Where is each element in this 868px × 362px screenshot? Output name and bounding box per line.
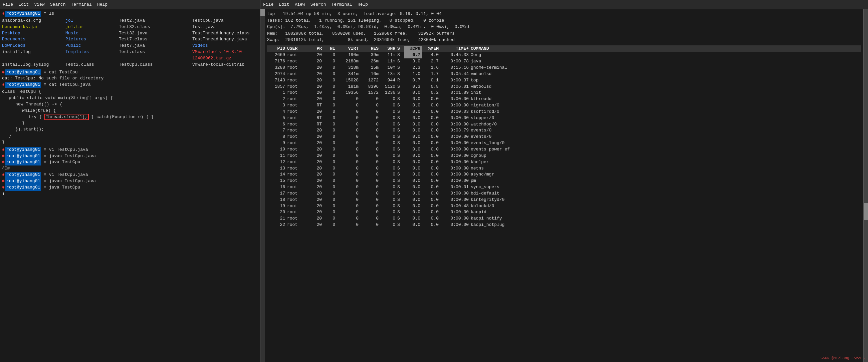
- left-terminal-content: ✱ root@yihang01 ≡ ls anaconda-ks.cfg jol…: [0, 9, 260, 362]
- table-row: 6 root RT 0 0 0 0 S 0.0 0.0 0:00.00 watc…: [267, 122, 861, 128]
- ls-desktop: Desktop: [2, 30, 65, 37]
- code-line-7: }).start();: [16, 127, 258, 133]
- ls-test32java: Test32.java: [119, 30, 192, 37]
- menu-terminal-left[interactable]: Terminal: [71, 2, 91, 7]
- menu-file-right[interactable]: File: [263, 2, 273, 7]
- th-virt: VIRT: [337, 46, 361, 52]
- table-header: PID USER PR NI VIRT RES SHR S %CPU %MEM …: [267, 45, 861, 53]
- cursor-line: ▮: [2, 191, 258, 197]
- th-pr: PR: [310, 46, 324, 52]
- ls-pictures: Pictures: [65, 36, 119, 43]
- right-scrollbar[interactable]: [863, 9, 868, 362]
- time-2669: 0:45.33: [441, 52, 471, 58]
- code-line-8: }: [9, 133, 258, 139]
- menu-view-left[interactable]: View: [34, 2, 44, 7]
- table-row: 13 root 20 0 0 0 0 S 0.0 0.0 0:00.00 net…: [267, 165, 861, 172]
- ls-joltar: jol.tar: [65, 24, 119, 30]
- prompt-cat-testcpu: ✱ root@yihang01 ≡ cat TestCpu: [2, 69, 258, 76]
- prompt-sep-9: ≡: [41, 185, 49, 191]
- table-row: 1 root 20 0 19356 1572 1236 S 0.0 0.2 0:…: [267, 90, 861, 96]
- table-row: 15 root 20 0 0 0 0 S 0.0 0.0 0:00.00 pm: [267, 178, 861, 184]
- menu-edit-right[interactable]: Edit: [279, 2, 289, 7]
- prompt-cat-testcpujava: ✱ root@yihang01 ≡ cat TestCpu.java: [2, 82, 258, 88]
- prompt-ls: ✱ root@yihang01 ≡ ls: [2, 11, 258, 17]
- top-line-4: Mem: 1002988k total, 850020k used, 15296…: [267, 30, 861, 37]
- prompt-sep-5: ≡: [41, 153, 49, 160]
- menu-search-right[interactable]: Search: [310, 2, 326, 7]
- cmd-javac-2: javac TestCpu.java: [49, 178, 96, 185]
- table-row: 20 root 20 0 0 0 0 S 0.0 0.0 0:00.00 kac…: [267, 209, 861, 216]
- star-icon-5: ✱: [2, 153, 5, 160]
- menu-terminal-right[interactable]: Terminal: [331, 2, 352, 7]
- ni-2669: 0: [324, 52, 337, 58]
- ls-testthread-java: TestThreadHungry.java: [192, 36, 258, 43]
- ls-test2java: Test2.java: [119, 18, 192, 24]
- prompt-user-5: root@yihang01: [5, 153, 41, 160]
- cmd-javac-1: javac TestCpu.java: [49, 153, 96, 160]
- prompt-sep-1: ≡: [41, 11, 49, 17]
- table-row: 11 root 20 0 0 0 0 S 0.0 0.0 0:00.00 cgr…: [267, 153, 861, 159]
- table-row: 17 root 20 0 0 0 0 S 0.0 0.0 0:00.00 bdi…: [267, 191, 861, 197]
- ls-test32class: Test32.class: [119, 24, 192, 30]
- prompt-sep-6: ≡: [41, 159, 49, 165]
- ls-installlog: install.log: [2, 49, 65, 62]
- th-ni: NI: [324, 46, 337, 52]
- star-icon-7: ✱: [2, 172, 5, 178]
- menu-search-left[interactable]: Search: [50, 2, 66, 7]
- table-row: 9 root 20 0 0 0 0 S 0.0 0.0 0:00.00 even…: [267, 140, 861, 146]
- ls-downloads: Downloads: [2, 43, 65, 49]
- pid-2669: 2669: [267, 52, 287, 58]
- cmd-2669: Xorg: [471, 52, 861, 58]
- prompt-vi-1: ✱ root@yihang01 ≡ vi TestCpu.java: [2, 147, 258, 153]
- ls-installlogsyslog: install.log.syslog: [2, 62, 65, 68]
- ls-testcpu-java: TestCpu.java: [192, 18, 258, 24]
- menu-edit-left[interactable]: Edit: [18, 2, 29, 7]
- ls-benchmarks: benchmarks.jar: [2, 24, 65, 30]
- right-menu-bar[interactable]: File Edit View Search Terminal Help: [260, 0, 868, 9]
- menu-help-left[interactable]: Help: [97, 2, 107, 7]
- th-command: COMMAND: [471, 46, 861, 52]
- table-row: 2669 root 20 0 190m 39m 11m S 6.7 4.0 0:…: [267, 52, 861, 58]
- star-icon-9: ✱: [2, 185, 5, 191]
- ls-test2class: Test2.class: [65, 62, 119, 68]
- code-line-1: class TestCpu {: [2, 89, 258, 95]
- scrollbar-thumb-right[interactable]: [864, 203, 868, 220]
- prompt-java-2: ✱ root@yihang01 ≡ java TestCpu: [2, 185, 258, 191]
- menu-view-right[interactable]: View: [294, 2, 305, 7]
- table-row: 4 root 20 0 0 0 0 S 0.0 0.0 0:00.03 ksof…: [267, 109, 861, 115]
- cmd-cat-testcpujava: cat TestCpu.java: [49, 82, 91, 88]
- shr-2669: 11m: [380, 52, 397, 58]
- ls-jol: jol: [65, 18, 119, 24]
- ls-public: Public: [65, 43, 119, 49]
- prompt-sep-4: ≡: [41, 147, 49, 153]
- table-row: 7143 root 20 0 15028 1272 944 R 0.7 0.1 …: [267, 77, 861, 84]
- left-scrollbar[interactable]: [260, 9, 265, 362]
- top-output-area: top - 19:54:04 up 58 min, 3 users, load …: [265, 9, 863, 362]
- left-menu-bar[interactable]: File Edit View Search Terminal Help: [0, 0, 260, 9]
- cmd-java-1: java TestCpu: [49, 159, 81, 165]
- table-row: 3 root RT 0 0 0 0 S 0.0 0.0 0:00.00 migr…: [267, 102, 861, 109]
- star-icon-4: ✱: [2, 147, 5, 153]
- table-row: 5 root RT 0 0 0 0 S 0.0 0.0 0:00.00 stop…: [267, 115, 861, 122]
- mem-2669: 4.0: [422, 52, 441, 58]
- scrollbar-thumb-top[interactable]: [260, 9, 265, 16]
- table-row: 2 root 20 0 0 0 0 S 0.0 0.0 0:00.00 kthr…: [267, 96, 861, 102]
- user-2669: root: [287, 52, 310, 58]
- cmd-vi-1: vi TestCpu.java: [49, 147, 88, 153]
- prompt-sep-2: ≡: [41, 69, 49, 76]
- top-line-2: Tasks: 162 total, 1 running, 161 sleepin…: [267, 18, 861, 24]
- prompt-user-4: root@yihang01: [5, 147, 41, 153]
- cmd-cat-testcpu: cat TestCpu: [49, 69, 78, 76]
- left-terminal-panel: File Edit View Search Terminal Help ✱ ro…: [0, 0, 260, 362]
- code-line-2: public static void main(String[] args) {: [9, 95, 258, 101]
- menu-help-right[interactable]: Help: [358, 2, 368, 7]
- th-res: RES: [361, 46, 380, 52]
- menu-file-left[interactable]: File: [3, 2, 13, 7]
- prompt-user-6: root@yihang01: [5, 159, 41, 165]
- star-icon-3: ✱: [2, 82, 5, 88]
- prompt-user-7: root@yihang01: [5, 172, 41, 178]
- table-row: 18 root 20 0 0 0 0 S 0.0 0.0 0:00.00 kin…: [267, 197, 861, 203]
- ls-templates: Templates: [65, 49, 119, 62]
- table-row: 7 root 20 0 0 0 0 S 0.0 0.0 0:03.79 even…: [267, 127, 861, 134]
- table-row: 19 root 20 0 0 0 0 S 0.0 0.0 0:00.48 kbl…: [267, 203, 861, 209]
